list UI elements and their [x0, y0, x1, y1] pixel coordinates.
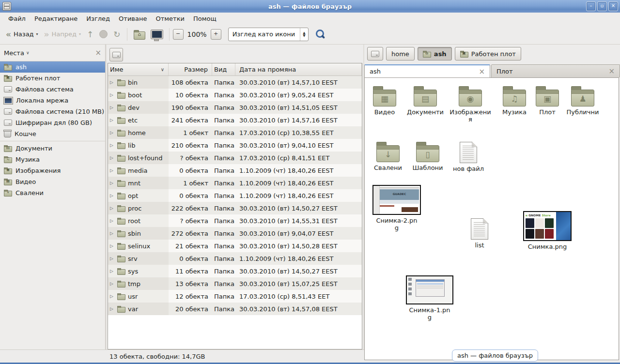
icon-item-Изображения[interactable]: ◉Изображения — [449, 85, 492, 123]
table-row[interactable]: ▷sbin272 обектаПапка30.03.2010 (вт) 9,04… — [108, 227, 362, 240]
expander-icon[interactable]: ▷ — [110, 92, 115, 97]
table-row[interactable]: ▷etc241 обектаПапка30.03.2010 (вт) 14,57… — [108, 114, 362, 126]
menu-item-Изглед[interactable]: Изглед — [82, 14, 114, 24]
column-header-Дата на промяна[interactable]: Дата на промяна — [235, 63, 362, 76]
forward-button[interactable]: » Напред ▾ — [41, 28, 84, 40]
sidebar-item-Изображения[interactable]: ◉Изображения — [0, 165, 105, 176]
column-header-Име[interactable]: Име∨ — [108, 63, 169, 76]
icon-item-Снимка.png[interactable]: e GNOME StoreСнимка.png — [526, 211, 569, 250]
expander-icon[interactable]: ▷ — [110, 80, 115, 85]
table-row[interactable]: ▷srv0 обектаПапка1.10.2009 (чт) 18,40,26… — [108, 252, 362, 265]
icon-item-Снимка-1.png[interactable]: Снимка-1.png — [408, 275, 451, 321]
expander-icon[interactable]: ▷ — [110, 281, 115, 286]
computer-button[interactable] — [148, 28, 166, 41]
sidebar-close-icon[interactable]: × — [95, 48, 101, 57]
menu-item-Файл[interactable]: Файл — [4, 14, 30, 24]
sidebar-item-Работен плот[interactable]: ▣Работен плот — [0, 73, 105, 84]
expander-icon[interactable]: ▷ — [110, 130, 115, 135]
expander-icon[interactable]: ▷ — [110, 294, 115, 299]
icon-item-list[interactable]: list — [458, 216, 501, 249]
tab-Плот[interactable]: Плот× — [491, 64, 620, 77]
breadcrumb-button-ash[interactable]: ⌂ash — [418, 47, 452, 61]
icon-item-нов файл[interactable]: нов файл — [447, 140, 490, 172]
zoom-out-button[interactable]: − — [173, 29, 184, 40]
sidebar-title-dropdown[interactable]: Места ∨ — [4, 49, 95, 57]
sidebar-item-Музика[interactable]: ♫Музика — [0, 154, 105, 165]
table-row[interactable]: ▷mnt1 обектПапка1.10.2009 (чт) 18,40,26 … — [108, 177, 362, 189]
table-row[interactable]: ▷sys11 обектаПапка30.03.2010 (вт) 14,50,… — [108, 265, 362, 277]
sidebar-item-Свалени[interactable]: ↓Свалени — [0, 187, 105, 198]
sidebar-item-Кошче[interactable]: Кошче — [0, 128, 105, 139]
minimize-button[interactable]: – — [586, 1, 596, 11]
sidebar-item-Файлова система[interactable]: Файлова система — [0, 84, 105, 95]
table-row[interactable]: ▷var20 обектаПапка30.03.2010 (вт) 14,57,… — [108, 303, 362, 315]
sidebar-item-Файлова система (210 MB)[interactable]: Файлова система (210 MB) — [0, 106, 105, 117]
tab-close-icon[interactable]: × — [479, 67, 485, 76]
emblem-glyph: ▤ — [4, 145, 12, 150]
maximize-button[interactable]: ▫ — [597, 1, 607, 11]
combo-spinner-icon[interactable]: ▲▼ — [300, 28, 308, 41]
search-icon[interactable] — [315, 29, 326, 40]
back-dropdown-icon[interactable]: ▾ — [36, 32, 38, 36]
table-row[interactable]: ▷boot10 обектаПапка30.03.2010 (вт) 9,05,… — [108, 89, 362, 101]
icon-item-Документи[interactable]: ▤Документи — [403, 85, 447, 116]
table-row[interactable]: ▷lib210 обектаПапка30.03.2010 (вт) 9,04,… — [108, 139, 362, 152]
home-button[interactable]: ⌂ — [131, 27, 148, 42]
menu-item-Редактиране[interactable]: Редактиране — [30, 14, 82, 24]
expander-icon[interactable]: ▷ — [110, 118, 115, 122]
tab-ash[interactable]: ash× — [364, 64, 490, 77]
tab-close-icon[interactable]: × — [608, 67, 615, 76]
icon-item-Видео[interactable]: ▦Видео — [363, 85, 406, 116]
icon-item-Шаблони[interactable]: ▯Шаблони — [406, 141, 450, 171]
column-header-Размер[interactable]: Размер — [169, 63, 212, 76]
sidebar-item-Документи[interactable]: ▤Документи — [0, 143, 105, 154]
reload-button[interactable]: ↻ — [110, 28, 123, 41]
up-button[interactable]: ↑ — [84, 28, 96, 41]
sidebar-item-Шифриран дял (80 GB)[interactable]: Шифриран дял (80 GB) — [0, 117, 105, 128]
table-row[interactable]: ▷lost+found? обектаПапка17.03.2010 (ср) … — [108, 152, 362, 164]
root-location-button[interactable] — [109, 48, 123, 61]
expander-icon[interactable]: ▷ — [110, 155, 115, 160]
expander-icon[interactable]: ▷ — [110, 269, 115, 273]
expander-icon[interactable]: ▷ — [110, 105, 115, 110]
table-row[interactable]: ▷root? обектаПапка30.03.2010 (вт) 14,55,… — [108, 214, 362, 227]
table-row[interactable]: ▷media0 обектаПапка1.10.2009 (чт) 18,40,… — [108, 164, 362, 177]
sidebar-item-ash[interactable]: ⌂ash — [0, 61, 105, 73]
table-row[interactable]: ▷dev190 обектаПапка30.03.2010 (вт) 14,51… — [108, 101, 362, 114]
menu-item-Отиване[interactable]: Отиване — [114, 14, 151, 24]
breadcrumb-button-home[interactable]: home — [386, 47, 415, 61]
expander-icon[interactable]: ▷ — [110, 218, 115, 223]
table-row[interactable]: ▷selinux21 обектаПапка30.03.2010 (вт) 14… — [108, 240, 362, 252]
table-row[interactable]: ▷bin108 обектаПапка30.03.2010 (вт) 14,57… — [108, 76, 362, 89]
expander-icon[interactable]: ▷ — [110, 143, 115, 148]
pane-splitter[interactable] — [106, 45, 107, 349]
back-button[interactable]: « Назад ▾ — [3, 28, 41, 40]
breadcrumb-button-Работен плот[interactable]: ▣Работен плот — [455, 47, 521, 61]
icon-item-Снимка-2.png[interactable]: Снимка-2.png — [375, 185, 418, 231]
menu-item-Помощ[interactable]: Помощ — [189, 14, 221, 24]
zoom-in-button[interactable]: + — [211, 29, 221, 40]
table-row[interactable]: ▷tmp13 обектаПапка30.03.2010 (вт) 15,07,… — [108, 277, 362, 290]
sidebar-item-Видео[interactable]: ▦Видео — [0, 176, 105, 187]
expander-icon[interactable]: ▷ — [110, 243, 115, 248]
expander-icon[interactable]: ▷ — [110, 256, 115, 261]
sidebar-item-Локална мрежа[interactable]: Локална мрежа — [0, 95, 105, 106]
table-row[interactable]: ▷usr12 обектаПапка17.03.2010 (ср) 8,51,4… — [108, 290, 362, 303]
icon-item-Свалени[interactable]: ↓Свалени — [366, 141, 410, 171]
expander-icon[interactable]: ▷ — [110, 181, 115, 185]
icon-view[interactable]: ▦Видео▤Документи◉Изображения♫Музика▣Плот… — [364, 77, 619, 360]
expander-icon[interactable]: ▷ — [110, 231, 115, 236]
icon-item-Публични[interactable]: ♟Публични — [561, 85, 604, 116]
close-button[interactable]: × — [608, 1, 618, 11]
table-row[interactable]: ▷opt0 обектаПапка1.10.2009 (чт) 18,40,26… — [108, 189, 362, 202]
expander-icon[interactable]: ▷ — [110, 193, 115, 198]
expander-icon[interactable]: ▷ — [110, 206, 115, 211]
view-mode-combobox[interactable]: Изглед като икони ▲▼ — [228, 28, 309, 41]
table-row[interactable]: ▷proc222 обектаПапка30.03.2010 (вт) 14,5… — [108, 202, 362, 214]
expander-icon[interactable]: ▷ — [110, 168, 115, 173]
menu-item-Отметки[interactable]: Отметки — [151, 14, 188, 24]
breadcrumb-button-drive[interactable] — [367, 47, 383, 61]
table-row[interactable]: ▷home1 обектПапка17.03.2010 (ср) 10,38,5… — [108, 126, 362, 139]
expander-icon[interactable]: ▷ — [110, 306, 115, 311]
column-header-Вид[interactable]: Вид — [212, 63, 235, 76]
